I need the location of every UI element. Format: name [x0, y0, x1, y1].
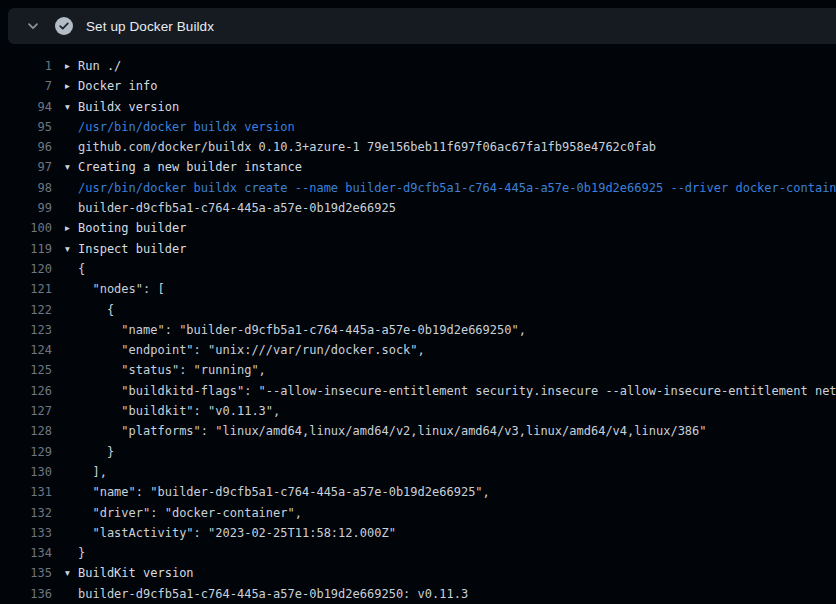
log-line-text: { [78, 259, 836, 279]
log-line-text: "endpoint": "unix:///var/run/docker.sock… [78, 340, 836, 360]
group-toggle-icon [52, 442, 78, 462]
log-line-number[interactable]: 7 [0, 76, 52, 96]
log-line-number[interactable]: 131 [0, 482, 52, 502]
log-line-text: "status": "running", [78, 360, 836, 380]
log-line-number[interactable]: 95 [0, 117, 52, 137]
log-line-number[interactable]: 129 [0, 442, 52, 462]
log-line-number[interactable]: 132 [0, 503, 52, 523]
log-line-number[interactable]: 124 [0, 340, 52, 360]
log-line-number[interactable]: 121 [0, 279, 52, 299]
log-line-number[interactable]: 100 [0, 218, 52, 238]
group-toggle-icon [52, 482, 78, 502]
log-line-number[interactable]: 128 [0, 421, 52, 441]
group-toggle-icon [52, 259, 78, 279]
log-line: 120 { [0, 259, 836, 279]
step-header[interactable]: Set up Docker Buildx [8, 8, 836, 44]
log-line-text: builder-d9cfb5a1-c764-445a-a57e-0b19d2e6… [78, 198, 836, 218]
group-toggle-icon[interactable]: ▾ [52, 239, 78, 259]
log-line-text[interactable]: Booting builder [78, 218, 836, 238]
log-line-number[interactable]: 135 [0, 563, 52, 583]
log-line-number[interactable]: 119 [0, 239, 52, 259]
log-line-number[interactable]: 1 [0, 56, 52, 76]
log-lines: 1 ▸ Run ./ 7 ▸ Docker info 94 ▾ Buildx v… [0, 44, 836, 604]
log-line: 124 "endpoint": "unix:///var/run/docker.… [0, 340, 836, 360]
group-toggle-icon [52, 401, 78, 421]
group-toggle-icon [52, 320, 78, 340]
log-line-text[interactable]: Docker info [78, 76, 836, 96]
log-line: 119 ▾ Inspect builder [0, 239, 836, 259]
log-line-text: "buildkit": "v0.11.3", [78, 401, 836, 421]
log-line: 133 "lastActivity": "2023-02-25T11:58:12… [0, 523, 836, 543]
log-line: 122 { [0, 300, 836, 320]
log-line-text: /usr/bin/docker buildx version [78, 117, 836, 137]
log-line-text: "nodes": [ [78, 279, 836, 299]
group-toggle-icon [52, 178, 78, 198]
log-line-number[interactable]: 96 [0, 137, 52, 157]
log-line: 126 "buildkitd-flags": "--allow-insecure… [0, 381, 836, 401]
group-toggle-icon [52, 360, 78, 380]
log-line: 127 "buildkit": "v0.11.3", [0, 401, 836, 421]
group-toggle-icon[interactable]: ▸ [52, 56, 78, 76]
step-title: Set up Docker Buildx [86, 19, 214, 34]
log-line-number[interactable]: 130 [0, 462, 52, 482]
log-line-number[interactable]: 136 [0, 584, 52, 604]
group-toggle-icon [52, 198, 78, 218]
group-toggle-icon [52, 503, 78, 523]
group-toggle-icon[interactable]: ▾ [52, 563, 78, 583]
log-line: 135 ▾ BuildKit version [0, 563, 836, 583]
log-line-text: "buildkitd-flags": "--allow-insecure-ent… [78, 381, 836, 401]
log-line-text[interactable]: BuildKit version [78, 563, 836, 583]
log-line-text: github.com/docker/buildx 0.10.3+azure-1 … [78, 137, 836, 157]
log-line-text[interactable]: Buildx version [78, 97, 836, 117]
log-line-text: } [78, 543, 836, 563]
group-toggle-icon[interactable]: ▾ [52, 97, 78, 117]
log-line-number[interactable]: 125 [0, 360, 52, 380]
log-line-text[interactable]: Creating a new builder instance [78, 157, 836, 177]
group-toggle-icon [52, 279, 78, 299]
log-line: 99 builder-d9cfb5a1-c764-445a-a57e-0b19d… [0, 198, 836, 218]
group-toggle-icon [52, 340, 78, 360]
group-toggle-icon [52, 117, 78, 137]
log-line-number[interactable]: 126 [0, 381, 52, 401]
log-line: 7 ▸ Docker info [0, 76, 836, 96]
log-line-number[interactable]: 123 [0, 320, 52, 340]
log-line-number[interactable]: 134 [0, 543, 52, 563]
log-line-number[interactable]: 120 [0, 259, 52, 279]
log-line-text: builder-d9cfb5a1-c764-445a-a57e-0b19d2e6… [78, 584, 836, 604]
log-line: 123 "name": "builder-d9cfb5a1-c764-445a-… [0, 320, 836, 340]
step-success-icon [55, 17, 73, 35]
log-line-text: /usr/bin/docker buildx create --name bui… [78, 178, 836, 198]
log-line-text[interactable]: Inspect builder [78, 239, 836, 259]
log-line: 94 ▾ Buildx version [0, 97, 836, 117]
group-toggle-icon [52, 300, 78, 320]
log-line-text: "driver": "docker-container", [78, 503, 836, 523]
group-toggle-icon [52, 584, 78, 604]
log-line-text: { [78, 300, 836, 320]
log-line-number[interactable]: 98 [0, 178, 52, 198]
chevron-down-icon[interactable] [24, 17, 42, 35]
group-toggle-icon[interactable]: ▸ [52, 218, 78, 238]
group-toggle-icon [52, 137, 78, 157]
log-line-number[interactable]: 94 [0, 97, 52, 117]
log-line-text: "name": "builder-d9cfb5a1-c764-445a-a57e… [78, 482, 836, 502]
group-toggle-icon[interactable]: ▸ [52, 76, 78, 96]
log-line: 132 "driver": "docker-container", [0, 503, 836, 523]
log-line-number[interactable]: 99 [0, 198, 52, 218]
log-line-text: "platforms": "linux/amd64,linux/amd64/v2… [78, 421, 836, 441]
group-toggle-icon[interactable]: ▾ [52, 157, 78, 177]
log-line-number[interactable]: 122 [0, 300, 52, 320]
log-line-number[interactable]: 97 [0, 157, 52, 177]
log-line: 134 } [0, 543, 836, 563]
log-line-number[interactable]: 127 [0, 401, 52, 421]
log-line-number[interactable]: 133 [0, 523, 52, 543]
log-line: 95 /usr/bin/docker buildx version [0, 117, 836, 137]
log-line: 130 ], [0, 462, 836, 482]
log-line: 128 "platforms": "linux/amd64,linux/amd6… [0, 421, 836, 441]
group-toggle-icon [52, 543, 78, 563]
log-line-text: } [78, 442, 836, 462]
log-line: 100 ▸ Booting builder [0, 218, 836, 238]
log-line: 97 ▾ Creating a new builder instance [0, 157, 836, 177]
log-line-text[interactable]: Run ./ [78, 56, 836, 76]
log-line: 136 builder-d9cfb5a1-c764-445a-a57e-0b19… [0, 584, 836, 604]
log-line: 129 } [0, 442, 836, 462]
